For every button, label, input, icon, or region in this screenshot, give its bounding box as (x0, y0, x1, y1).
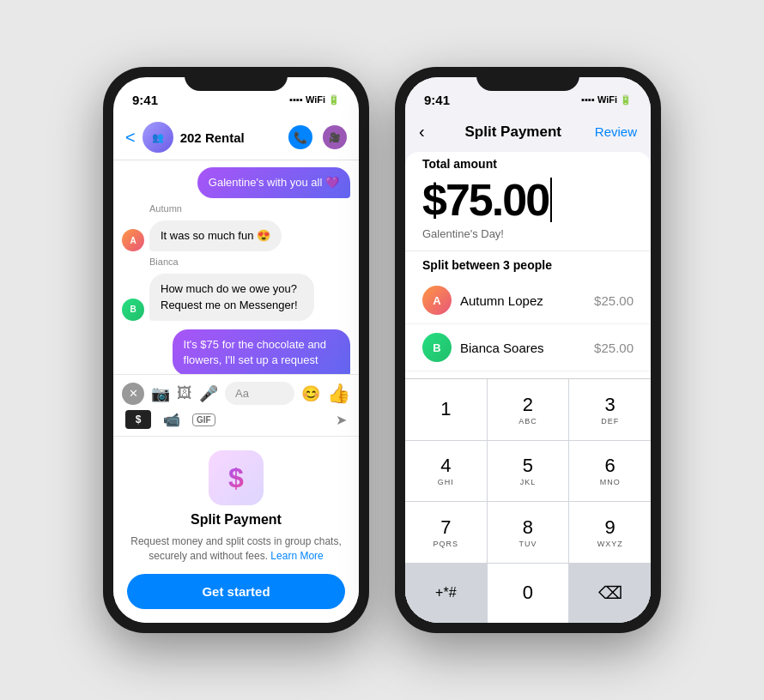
avatar-bianca-pay: B (422, 333, 452, 362)
time-right: 9:41 (424, 93, 450, 107)
text-input[interactable]: Aa (225, 382, 294, 405)
avatar-bianca: B (122, 299, 144, 321)
gif-button[interactable]: GIF (192, 413, 215, 426)
payment-title: Split Payment (432, 124, 595, 141)
chat-area: Galentine's with you all 💜 Autumn A It w… (113, 160, 359, 374)
thumbs-up-icon[interactable]: 👍 (327, 383, 350, 405)
call-button[interactable]: 📞 (288, 125, 312, 149)
num-key-symbols[interactable]: +*# (405, 564, 487, 624)
header-icons: 📞 🎥 (288, 125, 347, 149)
sent-message-2: It's $75 for the chocolate and flowers, … (173, 329, 350, 375)
num-key-2[interactable]: 2 ABC (488, 379, 569, 440)
sender-name-autumn: Autumn (149, 203, 350, 214)
payment-body: Total amount $75.00 Galentine's Day! Spl… (405, 152, 651, 623)
num-key-5[interactable]: 5 JKL (488, 441, 569, 502)
input-row: ✕ 📷 🖼 🎤 Aa 😊 👍 (122, 382, 350, 405)
chat-input-bar: ✕ 📷 🖼 🎤 Aa 😊 👍 $ 📹 GIF ➤ (113, 374, 359, 436)
num-key-0[interactable]: 0 (488, 564, 569, 624)
split-promo-panel: $ Split Payment Request money and split … (113, 436, 359, 623)
messenger-header: < 👥 202 Rental 📞 🎥 (113, 115, 359, 160)
mic-icon[interactable]: 🎤 (199, 384, 218, 403)
back-arrow-left[interactable]: < (125, 128, 136, 148)
camera-icon[interactable]: 📷 (151, 384, 170, 403)
cursor (550, 178, 552, 222)
left-phone: 9:41 ▪▪▪▪ WiFi 🔋 < 👥 202 Rental 📞 🎥 Gal (103, 67, 369, 633)
person-name-bianca: Bianca Soares (460, 341, 594, 355)
person-row-bianca[interactable]: B Bianca Soares $25.00 (405, 324, 651, 371)
received-row-bianca: B How much do we owe you? Request me on … (122, 274, 350, 320)
time-left: 9:41 (132, 93, 158, 107)
notch-right (476, 67, 579, 91)
status-icons-right: ▪▪▪▪ WiFi 🔋 (581, 94, 632, 106)
right-screen: 9:41 ▪▪▪▪ WiFi 🔋 ‹ Split Payment Review … (405, 77, 651, 623)
avatar-autumn: A (122, 229, 144, 251)
send-arrow-icon[interactable]: ➤ (336, 412, 347, 428)
image-icon[interactable]: 🖼 (177, 384, 192, 402)
split-section: Split between 3 people A Autumn Lopez $2… (405, 251, 651, 378)
num-key-3[interactable]: 3 DEF (569, 379, 651, 440)
amount-value: $75.00 (422, 174, 549, 226)
person-amount-bianca: $25.00 (594, 341, 634, 355)
sender-name-bianca: Bianca (149, 256, 350, 267)
received-row-autumn: A It was so much fun 😍 (122, 220, 350, 251)
video-add-icon[interactable]: 📹 (163, 412, 180, 428)
amount-display: $75.00 (422, 174, 634, 226)
review-button[interactable]: Review (595, 124, 637, 139)
status-icons-left: ▪▪▪▪ WiFi 🔋 (289, 94, 340, 106)
get-started-button[interactable]: Get started (127, 574, 345, 609)
toolbar-row: $ 📹 GIF ➤ (122, 405, 350, 429)
left-screen: 9:41 ▪▪▪▪ WiFi 🔋 < 👥 202 Rental 📞 🎥 Gal (113, 77, 359, 623)
num-key-8[interactable]: 8 TUV (488, 502, 569, 563)
num-key-4[interactable]: 4 GHI (405, 441, 487, 502)
total-section: Total amount $75.00 Galentine's Day! (405, 152, 651, 250)
dollar-icon: $ (228, 462, 244, 494)
group-avatar: 👥 (142, 122, 173, 153)
person-name-autumn: Autumn Lopez (460, 293, 594, 308)
video-button[interactable]: 🎥 (323, 125, 347, 149)
notch (185, 67, 288, 91)
chat-name[interactable]: 202 Rental (180, 130, 282, 145)
payment-shortcut-button[interactable]: $ (125, 410, 151, 429)
num-key-6[interactable]: 6 MNO (569, 441, 651, 502)
emoji-icon[interactable]: 😊 (301, 384, 320, 403)
total-label: Total amount (422, 157, 634, 171)
person-row-autumn[interactable]: A Autumn Lopez $25.00 (405, 277, 651, 324)
split-header: Split between 3 people (405, 251, 651, 277)
promo-description: Request money and split costs in group c… (127, 534, 345, 564)
num-key-7[interactable]: 7 PQRS (405, 502, 487, 563)
numpad: 1 2 ABC 3 DEF 4 GHI 5 JKL (405, 378, 651, 623)
occasion-label: Galentine's Day! (422, 227, 634, 240)
backspace-icon: ⌫ (598, 582, 622, 603)
promo-icon: $ (209, 450, 264, 505)
avatar-autumn-pay: A (422, 286, 452, 315)
sent-message-1: Galentine's with you all 💜 (197, 167, 350, 198)
payment-header: ‹ Split Payment Review (405, 115, 651, 152)
num-key-backspace[interactable]: ⌫ (569, 564, 651, 624)
num-key-1[interactable]: 1 (405, 379, 487, 440)
right-phone: 9:41 ▪▪▪▪ WiFi 🔋 ‹ Split Payment Review … (395, 67, 661, 633)
received-message-2: How much do we owe you? Request me on Me… (149, 274, 314, 320)
num-key-9[interactable]: 9 WXYZ (569, 502, 651, 563)
promo-title: Split Payment (191, 512, 282, 528)
back-button-payment[interactable]: ‹ (419, 122, 432, 142)
person-amount-autumn: $25.00 (594, 293, 634, 308)
learn-more-link[interactable]: Learn More (270, 550, 323, 562)
received-message-1: It was so much fun 😍 (149, 220, 282, 251)
close-button[interactable]: ✕ (122, 383, 144, 405)
